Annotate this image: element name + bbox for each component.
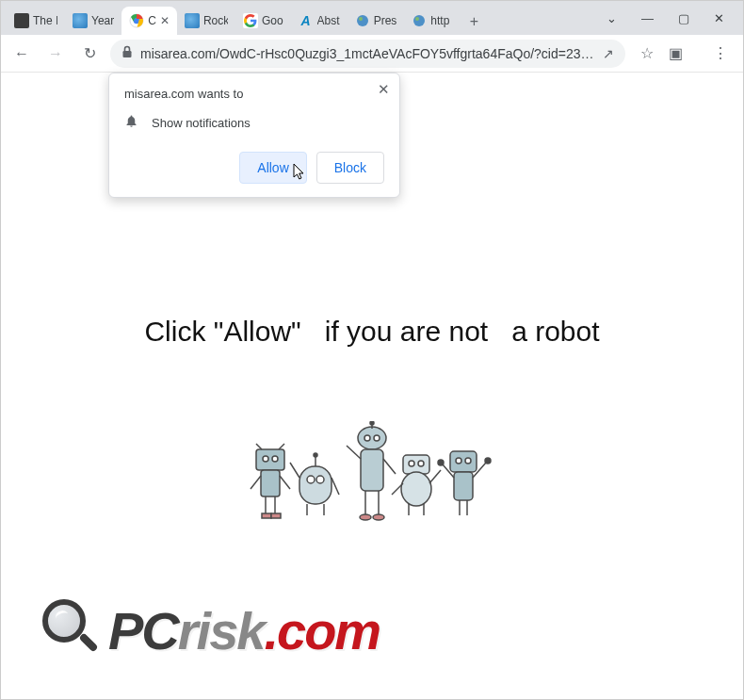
- svg-line-35: [383, 459, 396, 474]
- svg-rect-17: [262, 513, 271, 518]
- tab-google[interactable]: Goo: [235, 7, 291, 35]
- svg-line-45: [429, 470, 441, 483]
- window-minimize-icon[interactable]: —: [641, 11, 654, 25]
- block-button[interactable]: Block: [316, 152, 384, 184]
- window-maximize-icon[interactable]: ▢: [678, 11, 689, 25]
- svg-point-29: [364, 435, 370, 441]
- permission-row: Show notifications: [124, 114, 384, 131]
- extensions-icon[interactable]: ▣: [669, 44, 683, 62]
- window-close-icon[interactable]: ✕: [714, 11, 724, 25]
- tab-title: Rock: [203, 14, 228, 27]
- svg-point-20: [307, 476, 315, 483]
- logo-pc: PC: [108, 601, 178, 660]
- svg-point-43: [401, 472, 431, 506]
- svg-point-39: [373, 514, 384, 520]
- share-icon[interactable]: ↗: [603, 46, 614, 61]
- svg-point-38: [360, 514, 371, 520]
- new-tab-button[interactable]: +: [461, 8, 487, 35]
- chrome-icon: [129, 13, 144, 28]
- menu-icon[interactable]: ⋮: [713, 44, 728, 62]
- svg-point-30: [374, 435, 380, 441]
- svg-point-49: [456, 458, 461, 464]
- svg-point-42: [418, 461, 424, 466]
- tab-close-icon[interactable]: ✕: [160, 14, 170, 27]
- earth-small-icon: [355, 13, 370, 28]
- svg-point-21: [316, 476, 324, 483]
- svg-point-4: [413, 15, 425, 26]
- tab-title: The I: [33, 14, 57, 27]
- svg-rect-51: [454, 472, 473, 500]
- tab-title: C: [148, 14, 156, 27]
- reload-button[interactable]: ↻: [76, 41, 103, 67]
- generic-dark-icon: [14, 13, 29, 28]
- robots-illustration: [245, 421, 499, 529]
- tab-title: http: [430, 14, 449, 27]
- forward-button: →: [42, 41, 69, 67]
- svg-point-8: [263, 456, 268, 462]
- svg-rect-48: [450, 451, 477, 472]
- svg-line-14: [280, 476, 290, 489]
- svg-line-25: [332, 478, 339, 495]
- svg-point-23: [314, 453, 317, 457]
- tab-title: Abst: [317, 14, 340, 27]
- tab-title: Year: [91, 14, 114, 27]
- svg-point-32: [370, 421, 374, 425]
- svg-line-12: [279, 444, 284, 449]
- tab-current[interactable]: C ✕: [121, 7, 177, 35]
- logo-dotcom: .com: [264, 601, 380, 660]
- tab-the[interactable]: The I: [7, 7, 65, 35]
- svg-line-13: [251, 476, 261, 489]
- toolbar-right: ☆ ▣ ⋮: [633, 44, 736, 62]
- close-icon[interactable]: ✕: [378, 81, 390, 98]
- logo-risk: risk: [178, 601, 265, 660]
- page-content: ✕ misarea.com wants to Show notification…: [1, 73, 743, 692]
- svg-point-3: [359, 17, 363, 21]
- svg-point-55: [485, 458, 491, 464]
- notification-permission-popup: ✕ misarea.com wants to Show notification…: [108, 73, 400, 198]
- bell-icon: [124, 114, 138, 131]
- tab-title: Pres: [374, 14, 397, 27]
- permission-origin-text: misarea.com wants to: [124, 87, 384, 101]
- svg-point-41: [409, 461, 414, 466]
- svg-point-50: [465, 458, 471, 464]
- svg-line-11: [256, 444, 262, 449]
- svg-point-2: [357, 15, 368, 26]
- svg-line-34: [347, 446, 361, 459]
- tab-year[interactable]: Year: [65, 7, 121, 35]
- star-icon[interactable]: ☆: [640, 44, 654, 62]
- svg-line-24: [290, 463, 299, 478]
- tab-http[interactable]: http: [404, 7, 457, 35]
- svg-rect-6: [123, 51, 132, 57]
- azure-a-icon: A: [299, 13, 314, 28]
- window-controls: ⌄ — ▢ ✕: [590, 1, 741, 35]
- earth-icon: [185, 13, 200, 28]
- window-dropdown-icon[interactable]: ⌄: [607, 11, 617, 25]
- svg-point-9: [272, 456, 278, 462]
- back-button[interactable]: ←: [8, 41, 35, 67]
- google-g-icon: [243, 13, 258, 28]
- tab-pres[interactable]: Pres: [348, 7, 405, 35]
- svg-rect-7: [256, 449, 284, 470]
- page-headline: Click "Allow" if you are not a robot: [1, 316, 743, 348]
- pcrisk-logo: PCrisk.com: [37, 597, 380, 663]
- browser-toolbar: ← → ↻ misarea.com/OwdC-rHsc0Quzgi3_1mctA…: [1, 35, 743, 73]
- tab-abst[interactable]: A Abst: [291, 7, 348, 35]
- lock-icon[interactable]: [121, 45, 133, 61]
- tab-title: Goo: [262, 14, 283, 27]
- permission-item-text: Show notifications: [152, 116, 251, 130]
- svg-rect-19: [299, 466, 332, 504]
- svg-point-5: [415, 17, 419, 21]
- svg-rect-10: [261, 470, 280, 497]
- magnifier-icon: [37, 597, 103, 663]
- tab-strip: The I Year C ✕ Rock Goo A Abst Pres http: [1, 1, 743, 35]
- address-bar[interactable]: misarea.com/OwdC-rHsc0Quzgi3_1mctAeVAcFO…: [110, 40, 625, 68]
- allow-button[interactable]: Allow: [239, 152, 306, 184]
- url-text: misarea.com/OwdC-rHsc0Quzgi3_1mctAeVAcFO…: [140, 46, 595, 61]
- permission-buttons: Allow Block: [124, 152, 384, 184]
- svg-rect-33: [361, 449, 383, 491]
- earth-icon: [73, 13, 88, 28]
- svg-rect-18: [271, 513, 281, 518]
- svg-point-28: [358, 427, 386, 449]
- tab-rock[interactable]: Rock: [177, 7, 235, 35]
- svg-point-54: [438, 460, 444, 465]
